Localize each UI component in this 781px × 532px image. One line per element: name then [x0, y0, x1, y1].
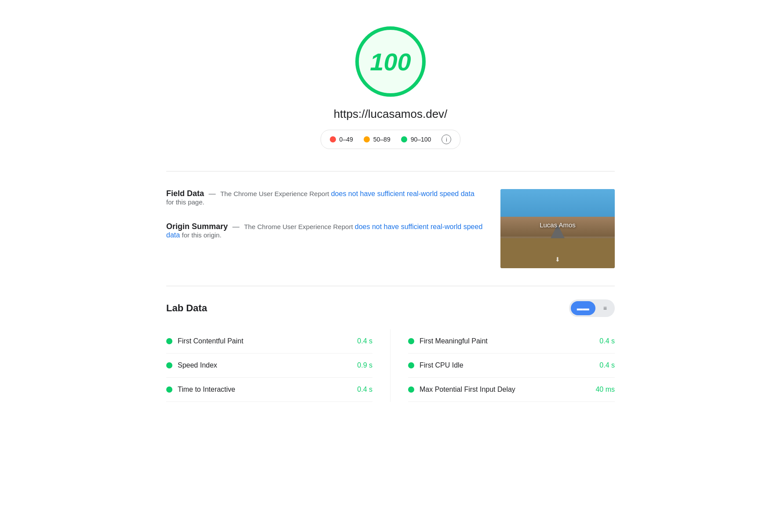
metrics-right: First Meaningful Paint 0.4 s First CPU I… [390, 329, 615, 402]
metric-name-fcp: First Contentful Paint [178, 337, 336, 345]
field-data-dash: — [208, 190, 215, 197]
top-divider [166, 171, 615, 171]
list-icon: ≡ [603, 305, 607, 312]
metric-row-mpfid: Max Potential First Input Delay 40 ms [408, 378, 615, 402]
field-data-link[interactable]: does not have sufficient real-world spee… [331, 190, 474, 197]
metric-dot-fcp [166, 338, 172, 344]
site-url: https://lucasamos.dev/ [334, 107, 448, 121]
metrics-grid: First Contentful Paint 0.4 s Speed Index… [166, 329, 615, 402]
orange-dot [364, 136, 370, 142]
metric-name-fmp: First Meaningful Paint [420, 337, 579, 345]
data-section: Field Data — The Chrome User Experience … [166, 176, 615, 281]
mid-divider [166, 286, 615, 286]
info-symbol: i [446, 136, 447, 143]
metric-dot-tti [166, 386, 172, 393]
origin-summary-block: Origin Summary — The Chrome User Experie… [166, 222, 483, 239]
site-thumbnail: Lucas Amos ⬇ [500, 189, 615, 268]
legend-item-red: 0–49 [330, 136, 353, 143]
lab-header: Lab Data ▬▬ ≡ [166, 299, 615, 317]
metric-name-si: Speed Index [178, 361, 336, 369]
metric-name-fci: First CPU Idle [420, 361, 579, 369]
origin-summary-text-before: The Chrome User Experience Report [244, 223, 355, 230]
toggle-list-button[interactable]: ≡ [597, 301, 613, 315]
score-value: 100 [370, 47, 411, 76]
legend-label-orange: 50–89 [373, 136, 390, 143]
metric-dot-fci [408, 362, 414, 368]
lab-section: Lab Data ▬▬ ≡ First Contentful Paint 0.4… [166, 291, 615, 411]
lab-title: Lab Data [166, 302, 207, 314]
legend-label-green: 90–100 [411, 136, 431, 143]
origin-summary-text-after: for this origin. [182, 231, 222, 239]
metric-value-mpfid: 40 ms [584, 386, 615, 394]
metric-dot-fmp [408, 338, 414, 344]
red-dot [330, 136, 336, 142]
field-data-text-after: for this page. [166, 198, 204, 206]
score-circle: 100 [355, 26, 426, 97]
metric-dot-mpfid [408, 386, 414, 393]
origin-summary-dash: — [233, 223, 240, 230]
metric-value-tti: 0.4 s [342, 386, 372, 394]
metric-row-fci: First CPU Idle 0.4 s [408, 353, 615, 378]
metric-value-si: 0.9 s [342, 361, 372, 369]
metric-value-fci: 0.4 s [584, 361, 615, 369]
metric-row-fmp: First Meaningful Paint 0.4 s [408, 329, 615, 353]
thumbnail-label: Lucas Amos [540, 221, 576, 229]
score-section: 100 https://lucasamos.dev/ 0–49 50–89 90… [166, 13, 615, 167]
field-data-block: Field Data — The Chrome User Experience … [166, 189, 483, 206]
thumbnail-ground [500, 238, 615, 268]
legend-bar: 0–49 50–89 90–100 i [321, 130, 461, 149]
info-icon[interactable]: i [442, 135, 451, 144]
legend-item-green: 90–100 [401, 136, 431, 143]
view-toggle: ▬▬ ≡ [569, 299, 615, 317]
metric-row-si: Speed Index 0.9 s [166, 353, 372, 378]
green-dot [401, 136, 407, 142]
metric-value-fcp: 0.4 s [342, 337, 372, 345]
metric-value-fmp: 0.4 s [584, 337, 615, 345]
thumbnail-scroll-icon: ⬇ [555, 256, 560, 263]
grid-icon: ▬▬ [577, 305, 589, 312]
metric-row-tti: Time to Interactive 0.4 s [166, 378, 372, 402]
data-text: Field Data — The Chrome User Experience … [166, 189, 483, 255]
field-data-title: Field Data [166, 189, 204, 198]
legend-item-orange: 50–89 [364, 136, 390, 143]
metric-name-mpfid: Max Potential First Input Delay [420, 386, 579, 394]
toggle-grid-button[interactable]: ▬▬ [571, 301, 595, 315]
metrics-left: First Contentful Paint 0.4 s Speed Index… [166, 329, 390, 402]
metric-row-fcp: First Contentful Paint 0.4 s [166, 329, 372, 353]
legend-label-red: 0–49 [339, 136, 353, 143]
metric-name-tti: Time to Interactive [178, 386, 336, 394]
origin-summary-title: Origin Summary [166, 222, 228, 231]
metric-dot-si [166, 362, 172, 368]
field-data-text-before: The Chrome User Experience Report [220, 190, 331, 197]
page-wrapper: 100 https://lucasamos.dev/ 0–49 50–89 90… [149, 0, 632, 424]
